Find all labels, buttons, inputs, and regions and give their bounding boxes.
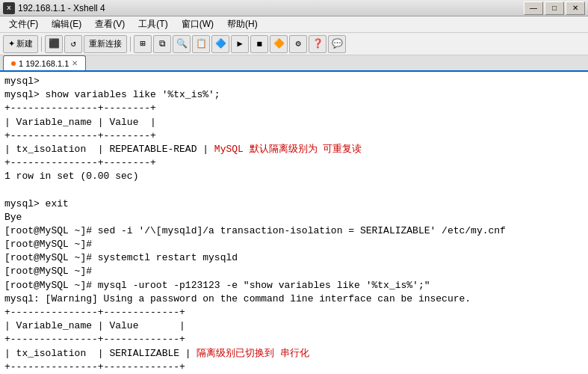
toolbar-icon-13[interactable]: 💬 [328, 35, 346, 53]
terminal-line: [root@MySQL ~]# sed -i '/\[mysqld]/a tra… [4, 224, 584, 238]
title-bar: X 192.168.1.1 - Xshell 4 — □ ✕ [0, 0, 588, 16]
menu-item-e[interactable]: 编辑(E) [46, 17, 87, 32]
minimize-button[interactable]: — [524, 1, 543, 15]
terminal-line: | Variable_name | Value | [4, 116, 584, 129]
toolbar: ✦ 新建 ⬛ ↺ 重新连接 ⊞ ⧉ 🔍 📋 🔷 ▶ ◼ 🔶 ⚙ ❓ 💬 [0, 33, 588, 55]
menu-item-w[interactable]: 窗口(W) [176, 17, 220, 32]
terminal-line: +---------------+-------------+ [4, 333, 584, 346]
terminal-line: | tx_isolation | SERIALIZABLE | 隔离级别已切换到… [4, 347, 584, 361]
new-icon: ✦ [8, 39, 15, 49]
toolbar-icon-10[interactable]: 🔶 [270, 35, 288, 53]
terminal-line: [root@MySQL ~]# [4, 265, 584, 278]
menu-item-v[interactable]: 查看(V) [89, 17, 131, 32]
terminal-line: [root@MySQL ~]# [4, 238, 584, 251]
terminal-line: | tx_isolation | REPEATABLE-READ | MySQL… [4, 143, 584, 156]
terminal-line: mysql> exit [4, 197, 584, 211]
maximize-button[interactable]: □ [545, 1, 564, 15]
toolbar-icon-1[interactable]: ⬛ [45, 35, 63, 53]
terminal-line: +---------------+-------------+ [4, 306, 584, 319]
terminal-line: mysql> [4, 75, 584, 88]
toolbar-icon-8[interactable]: ▶ [231, 35, 249, 53]
reconnect-button[interactable]: 重新连接 [84, 35, 127, 53]
window-controls: — □ ✕ [524, 1, 585, 15]
toolbar-icon-5[interactable]: 🔍 [173, 35, 191, 53]
tab-label: 1 192.168.1.1 [19, 59, 69, 68]
window-title: 192.168.1.1 - Xshell 4 [18, 3, 524, 13]
tab-close-button[interactable]: ✕ [72, 59, 78, 67]
menu-item-t[interactable]: 工具(T) [132, 17, 173, 32]
toolbar-icon-3[interactable]: ⊞ [134, 35, 152, 53]
tab-bar: 1 192.168.1.1 ✕ [0, 55, 588, 72]
terminal-line: +---------------+--------+ [4, 102, 584, 115]
close-button[interactable]: ✕ [566, 1, 585, 15]
terminal-line: +---------------+--------+ [4, 129, 584, 143]
terminal-output[interactable]: mysql>mysql> show variables like '%tx_is… [0, 72, 588, 374]
terminal-line: +---------------+-------------+ [4, 361, 584, 374]
terminal-line: mysql: [Warning] Using a password on the… [4, 292, 584, 306]
toolbar-icon-6[interactable]: 📋 [192, 35, 210, 53]
terminal-line: 1 row in set (0.00 sec) [4, 170, 584, 183]
tab-session-1[interactable]: 1 192.168.1.1 ✕ [3, 55, 86, 70]
toolbar-icon-2[interactable]: ↺ [64, 35, 82, 53]
menu-bar: 文件(F)编辑(E)查看(V)工具(T)窗口(W)帮助(H) [0, 16, 588, 33]
terminal-line [4, 184, 584, 197]
toolbar-separator-2 [130, 37, 131, 52]
tab-status-dot [11, 61, 16, 66]
terminal-line: [root@MySQL ~]# systemctl restart mysqld [4, 251, 584, 265]
terminal-line: mysql> show variables like '%tx_is%'; [4, 88, 584, 102]
terminal-line: Bye [4, 211, 584, 224]
menu-item-f[interactable]: 文件(F) [3, 17, 44, 32]
toolbar-separator-1 [41, 37, 42, 52]
terminal-line: | Variable_name | Value | [4, 319, 584, 333]
terminal-line: [root@MySQL ~]# mysql -uroot -p123123 -e… [4, 279, 584, 292]
toolbar-icon-12[interactable]: ❓ [309, 35, 327, 53]
new-button[interactable]: ✦ 新建 [3, 35, 38, 53]
app-icon: X [3, 2, 15, 14]
toolbar-icon-11[interactable]: ⚙ [289, 35, 307, 53]
terminal-line: +---------------+--------+ [4, 156, 584, 170]
menu-item-h[interactable]: 帮助(H) [221, 17, 264, 32]
toolbar-icon-9[interactable]: ◼ [250, 35, 268, 53]
toolbar-icon-4[interactable]: ⧉ [153, 35, 171, 53]
toolbar-icon-7[interactable]: 🔷 [211, 35, 229, 53]
